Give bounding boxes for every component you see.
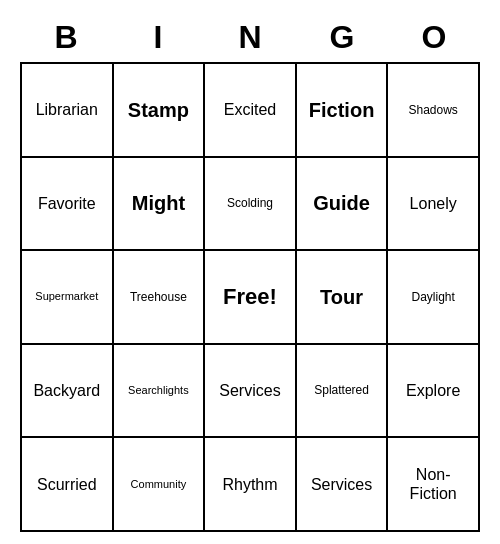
bingo-cell: Treehouse xyxy=(114,251,206,345)
bingo-header: BINGO xyxy=(20,12,480,62)
cell-text: Searchlights xyxy=(128,384,189,397)
bingo-cell: Excited xyxy=(205,64,297,158)
cell-text: Guide xyxy=(313,191,370,215)
bingo-cell: Explore xyxy=(388,345,480,439)
bingo-cell: Scolding xyxy=(205,158,297,252)
cell-text: Community xyxy=(131,478,187,491)
header-letter: G xyxy=(296,12,388,62)
cell-text: Treehouse xyxy=(130,290,187,304)
cell-text: Non-Fiction xyxy=(392,465,474,503)
bingo-cell: Splattered xyxy=(297,345,389,439)
bingo-cell: Rhythm xyxy=(205,438,297,532)
cell-text: Librarian xyxy=(36,100,98,119)
cell-text: Scurried xyxy=(37,475,97,494)
bingo-row: LibrarianStampExcitedFictionShadows xyxy=(22,64,480,158)
bingo-row: ScurriedCommunityRhythmServicesNon-Ficti… xyxy=(22,438,480,532)
bingo-cell: Librarian xyxy=(22,64,114,158)
bingo-cell: Might xyxy=(114,158,206,252)
bingo-cell: Scurried xyxy=(22,438,114,532)
cell-text: Scolding xyxy=(227,196,273,210)
header-letter: B xyxy=(20,12,112,62)
bingo-cell: Guide xyxy=(297,158,389,252)
bingo-cell: Services xyxy=(297,438,389,532)
header-letter: I xyxy=(112,12,204,62)
cell-text: Favorite xyxy=(38,194,96,213)
bingo-cell: Lonely xyxy=(388,158,480,252)
bingo-card: BINGO LibrarianStampExcitedFictionShadow… xyxy=(20,12,480,532)
bingo-cell: Supermarket xyxy=(22,251,114,345)
cell-text: Shadows xyxy=(408,103,457,117)
bingo-row: BackyardSearchlightsServicesSplatteredEx… xyxy=(22,345,480,439)
bingo-cell: Community xyxy=(114,438,206,532)
bingo-cell: Tour xyxy=(297,251,389,345)
header-letter: N xyxy=(204,12,296,62)
cell-text: Rhythm xyxy=(222,475,277,494)
bingo-cell: Non-Fiction xyxy=(388,438,480,532)
bingo-cell: Favorite xyxy=(22,158,114,252)
bingo-cell: Shadows xyxy=(388,64,480,158)
cell-text: Supermarket xyxy=(35,290,98,303)
cell-text: Tour xyxy=(320,285,363,309)
cell-text: Services xyxy=(219,381,280,400)
cell-text: Fiction xyxy=(309,98,375,122)
cell-text: Excited xyxy=(224,100,276,119)
bingo-grid: LibrarianStampExcitedFictionShadowsFavor… xyxy=(20,62,480,532)
cell-text: Backyard xyxy=(33,381,100,400)
cell-text: Explore xyxy=(406,381,460,400)
bingo-cell: Fiction xyxy=(297,64,389,158)
bingo-cell: Searchlights xyxy=(114,345,206,439)
cell-text: Free! xyxy=(223,284,277,310)
cell-text: Stamp xyxy=(128,98,189,122)
bingo-cell: Stamp xyxy=(114,64,206,158)
cell-text: Lonely xyxy=(410,194,457,213)
cell-text: Daylight xyxy=(411,290,454,304)
bingo-row: FavoriteMightScoldingGuideLonely xyxy=(22,158,480,252)
header-letter: O xyxy=(388,12,480,62)
bingo-cell: Free! xyxy=(205,251,297,345)
bingo-cell: Backyard xyxy=(22,345,114,439)
cell-text: Splattered xyxy=(314,383,369,397)
bingo-cell: Services xyxy=(205,345,297,439)
bingo-row: SupermarketTreehouseFree!TourDaylight xyxy=(22,251,480,345)
bingo-cell: Daylight xyxy=(388,251,480,345)
cell-text: Might xyxy=(132,191,185,215)
cell-text: Services xyxy=(311,475,372,494)
